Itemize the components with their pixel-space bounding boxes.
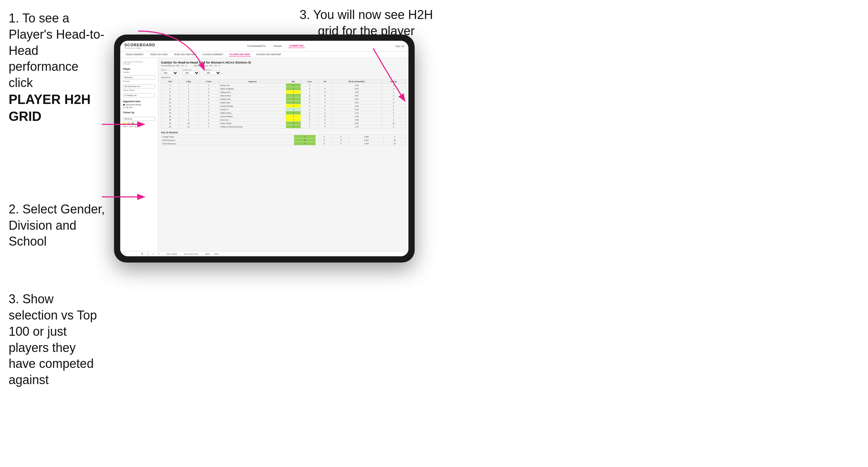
colour-section: Colour by Win/loss Down Level Up — [123, 111, 155, 127]
instruction-step3-left: 3. Show selection vs Top 100 or just pla… — [9, 291, 105, 388]
sub-nav-team-h2h-grid[interactable]: TEAM H2H GRID — [149, 53, 169, 57]
td-win: 1 — [286, 94, 301, 97]
td-opponent: Heejo Hyun — [219, 101, 286, 104]
sub-nav-player-h2h-grid[interactable]: PLAYER H2H GRID — [229, 53, 251, 57]
td-tie: 0 — [318, 90, 331, 94]
td-conf: 2 — [198, 87, 219, 90]
td-rounds: 2 — [381, 118, 405, 122]
col-win: Win — [286, 80, 301, 84]
division-select[interactable]: NCAA Division III — [123, 84, 155, 88]
td-loss: 2 — [301, 115, 318, 118]
td-tie: 0 — [318, 115, 331, 118]
td-ood-diff: 9.267 — [349, 139, 384, 142]
division-label: Division — [123, 80, 155, 82]
td-diff: -1.00 — [332, 90, 382, 94]
td-loss: 1 — [301, 125, 318, 128]
toolbar-filter[interactable]: ⌀ — [146, 252, 149, 255]
td-win: 2 — [286, 125, 301, 128]
filter-conference[interactable]: (All) — [182, 71, 200, 75]
td-tie: 0 — [318, 101, 331, 104]
filter-opponent[interactable]: (All) — [204, 71, 221, 75]
td-rounds: 9 — [381, 108, 405, 111]
td-reg: 2 — [179, 118, 198, 122]
nav-teams[interactable]: TEAMS — [272, 44, 283, 48]
td-win: 2 — [286, 108, 301, 111]
td-conf: 4 — [198, 108, 219, 111]
opponents-label: Opponents: — [161, 76, 171, 78]
table-header-row: # Div # Reg # Conf Opponent Win Loss Tie… — [161, 80, 406, 84]
up-dot — [131, 122, 134, 125]
player-rank-label: Player (Rank) — [123, 89, 155, 91]
sub-nav-team-summary[interactable]: TEAM SUMMARY — [124, 53, 145, 57]
toolbar-view-original[interactable]: View: Original — [165, 252, 178, 255]
toolbar-refresh[interactable]: ↺ — [151, 252, 155, 255]
td-ood-tie: 0 — [332, 135, 349, 139]
td-diff: 3.33 — [332, 101, 382, 104]
main-nav-links: TOURNAMENTS TEAMS COMMITTEE — [246, 44, 305, 48]
td-rounds: 3 — [381, 87, 405, 90]
td-rounds: 2 — [381, 104, 405, 108]
filter-region[interactable]: (All) — [161, 71, 178, 75]
toolbar-save-custom[interactable]: Save Custom View — [183, 252, 199, 255]
right-content: Katelyn Vo Head-to-Head Grid for Women's… — [158, 58, 408, 251]
logo-sub: Powered by clippd — [124, 47, 155, 49]
table-row: 6 3 3 Sydney Kuo 0 1 0 -1.00 3 — [161, 90, 406, 94]
out-of-division-row: NAIA Division 1 15 0 0 9.267 30 — [161, 139, 406, 142]
table-row: 20 11 7 Federica Domecq Lacroze 2 1 0 1.… — [161, 125, 406, 128]
h2h-table-body: 3 1 1 Esther Lee 1 0 1.50 4 5 2 2 Alexis… — [161, 84, 406, 128]
sub-nav-team-h2h-heatmap[interactable]: TEAM H2H HEATMAP — [173, 53, 198, 57]
instruction-step1: 1. To see a Player's Head-to-Head perfor… — [9, 10, 105, 125]
td-ood-diff: 7.400 — [349, 142, 384, 145]
level-label: Level — [129, 125, 133, 127]
out-of-division-table: Foreign Team 1 0 0 4.500 2 NAIA Division… — [161, 135, 406, 145]
colour-by-select[interactable]: Win/loss — [123, 117, 155, 121]
td-rounds: 7 — [381, 115, 405, 118]
td-opponent: Eunice Yi — [219, 108, 286, 111]
sub-nav-player-h2h-heatmap[interactable]: PLAYER H2H HEATMAP — [255, 53, 282, 57]
toolbar-layout[interactable]: ⬒ — [140, 252, 144, 255]
td-conf: 5 — [198, 101, 219, 104]
td-ood-tie: 0 — [332, 139, 349, 142]
td-conf: 3 — [198, 90, 219, 94]
toolbar-timer[interactable]: ⏱ — [157, 252, 161, 255]
sub-nav-player-summary[interactable]: PLAYER SUMMARY — [202, 53, 225, 57]
td-div: 18 — [161, 118, 179, 122]
td-opponent: Emily Chang — [219, 122, 286, 125]
td-loss: 1 — [301, 90, 318, 94]
td-div: 5 — [161, 87, 179, 90]
toolbar-sep2: | — [180, 253, 180, 255]
sign-out-link[interactable]: Sign out — [395, 45, 404, 47]
td-tie — [318, 84, 331, 87]
td-diff: -0.94 — [332, 115, 382, 118]
gender-label: Gender — [123, 71, 155, 73]
up-label: Up — [134, 125, 136, 127]
opponent-view-section: Opponent view Opponents Played Top 100 — [123, 100, 155, 108]
nav-tournaments[interactable]: TOURNAMENTS — [246, 44, 267, 48]
td-reg: 1 — [179, 94, 198, 97]
td-loss: 1 — [301, 122, 318, 125]
td-tie: 0 — [318, 111, 331, 115]
radio-top100[interactable]: Top 100 — [123, 106, 155, 108]
toolbar-forward[interactable]: → — [134, 252, 138, 255]
gender-select[interactable]: Women's — [123, 75, 155, 79]
table-row: 3 1 1 Esther Lee 1 0 1.50 4 — [161, 84, 406, 87]
td-div: 10 — [161, 97, 179, 101]
td-loss: 2 — [301, 108, 318, 111]
td-diff: 0.38 — [332, 108, 382, 111]
td-ood-rounds: 10 — [384, 142, 405, 145]
toolbar-share[interactable]: Share — [213, 252, 219, 255]
player-rank-select[interactable]: 8. Katelyn Vo — [123, 93, 155, 97]
toolbar-watch[interactable]: Watch — [204, 252, 211, 255]
td-diff: -3.00 — [332, 104, 382, 108]
col-loss: Loss — [301, 80, 318, 84]
table-row: 9 1 4 Sharon Mun 1 0 0 3.67 3 — [161, 94, 406, 97]
toolbar-undo[interactable]: ↩ — [123, 252, 126, 255]
td-diff: 4.00 — [332, 87, 382, 90]
nav-committee[interactable]: COMMITTEE — [288, 44, 305, 48]
col-tie: Tie — [318, 80, 331, 84]
radio-opponents-played[interactable]: Opponents Played — [123, 104, 155, 106]
td-opponent: Jessica Mason — [219, 115, 286, 118]
toolbar-back[interactable]: ← — [129, 252, 132, 255]
player-section-title: Player — [123, 68, 155, 70]
logo-title: SCOREBOARD — [124, 43, 155, 47]
